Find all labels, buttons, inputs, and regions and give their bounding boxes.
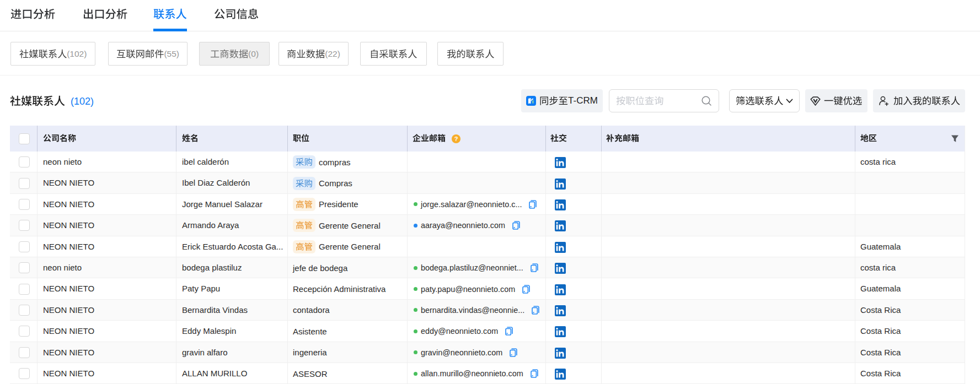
svg-text:?: ? [454,136,458,142]
